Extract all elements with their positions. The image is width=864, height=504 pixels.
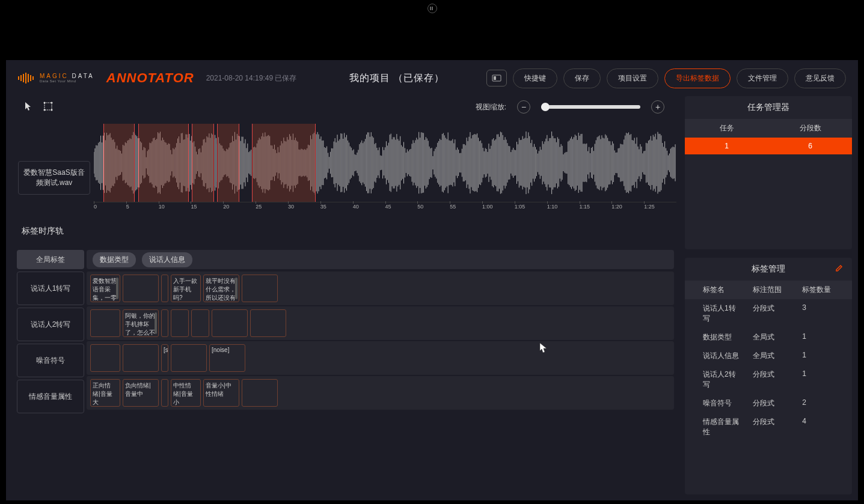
- segment-cell[interactable]: [242, 275, 278, 302]
- segment-cell[interactable]: [90, 344, 120, 372]
- project-title: 我的项目 （已保存）: [349, 72, 444, 85]
- waveform-segment[interactable]: [252, 124, 315, 202]
- wave-track[interactable]: 05101520253035404550551:001:051:101:151:…: [94, 124, 676, 214]
- segment-cell[interactable]: [171, 344, 207, 372]
- segment-cell[interactable]: [123, 275, 159, 302]
- svg-point-6: [51, 109, 53, 111]
- segment-cell[interactable]: [sil]: [161, 344, 168, 372]
- label-scope: 全局式: [741, 332, 797, 342]
- label-row[interactable]: 噪音符号分段式2: [685, 394, 852, 413]
- waveform-segment[interactable]: [217, 124, 239, 202]
- track-label-noise[interactable]: 噪音符号: [17, 344, 84, 377]
- global-labels-tab[interactable]: 全局标签: [17, 250, 84, 269]
- tab-speaker-info[interactable]: 说话人信息: [142, 252, 192, 267]
- label-count: 4: [796, 417, 852, 437]
- ruler-tick: 5: [126, 204, 129, 210]
- label-count: 1: [796, 332, 852, 342]
- waveform-segment[interactable]: [138, 124, 189, 202]
- segment-cell[interactable]: [noise]: [209, 344, 245, 372]
- segment-cell[interactable]: 爱数智慧语音采集，一零一: [90, 275, 120, 302]
- ruler-tick: 1:05: [515, 204, 525, 210]
- col-segments: 分段数: [768, 123, 852, 133]
- track-row: [sil][noise]: [87, 341, 674, 375]
- zoom-in-button[interactable]: +: [651, 100, 664, 114]
- segment-cell[interactable]: 阿银，你的手机摔坏了，怎么不入手: [123, 309, 159, 337]
- brand-tagline: Data Set Your Mind: [40, 79, 94, 83]
- label-columns: 标签名 标注范围 标签数量: [685, 281, 852, 299]
- label-count: 2: [796, 398, 852, 408]
- waveform-segment[interactable]: [103, 124, 135, 202]
- scrollbar-icon[interactable]: [116, 278, 118, 299]
- svg-rect-2: [44, 103, 52, 110]
- tab-data-type[interactable]: 数据类型: [93, 252, 136, 267]
- svg-point-5: [44, 109, 46, 111]
- zoom-out-button[interactable]: −: [517, 100, 530, 114]
- segment-cell[interactable]: [123, 344, 159, 372]
- segment-cell[interactable]: [242, 379, 278, 407]
- pointer-tool-icon[interactable]: [24, 102, 32, 113]
- play-control-icon[interactable]: [427, 4, 437, 13]
- waveform-area: 爱数智慧SaaS版音频测试.wav 0510152025303540455055…: [12, 124, 676, 214]
- segment-cell[interactable]: 音量小|中性情绪: [203, 379, 239, 407]
- ruler-tick: 20: [223, 204, 229, 210]
- global-tabs-row: 数据类型 说话人信息: [87, 250, 674, 269]
- ruler-tick: 50: [417, 204, 423, 210]
- shortcuts-button[interactable]: 快捷键: [513, 68, 557, 88]
- scrollbar-icon[interactable]: [155, 312, 157, 334]
- segment-cell[interactable]: [212, 309, 248, 337]
- file-management-button[interactable]: 文件管理: [737, 68, 788, 88]
- logo-bars-icon: [18, 73, 34, 83]
- label-row[interactable]: 说话人信息全局式1: [685, 347, 852, 365]
- label-scope: 分段式: [741, 369, 797, 390]
- track-row: 正向情绪|音量大负向情绪|音量中中性情绪|音量小音量小|中性情绪: [87, 376, 674, 410]
- task-columns: 任务 分段数: [685, 119, 852, 138]
- task-manager-panel: 任务管理器 任务 分段数 16: [685, 96, 852, 249]
- ruler-tick: 1:00: [482, 204, 493, 210]
- export-labels-button[interactable]: 导出标签数据: [664, 68, 731, 88]
- time-ruler: 05101520253035404550551:001:051:101:151:…: [94, 202, 676, 214]
- track-label-speaker1[interactable]: 说话人1转写: [17, 272, 84, 305]
- segment-cell[interactable]: 负向情绪|音量中: [123, 379, 159, 407]
- scrollbar-icon[interactable]: [235, 278, 237, 299]
- segment-cell[interactable]: 正向情绪|音量大: [90, 379, 120, 407]
- audio-file-label[interactable]: 爱数智慧SaaS版音频测试.wav: [18, 161, 90, 195]
- brand-primary: MAGIC: [40, 73, 69, 79]
- segment-cell[interactable]: [171, 309, 189, 337]
- segment-cell[interactable]: 入手一款新手机吗?: [171, 275, 201, 302]
- col-label-count: 标签数量: [796, 285, 852, 295]
- segment-cell[interactable]: [161, 275, 168, 302]
- segment-cell[interactable]: [161, 309, 168, 337]
- col-label-scope: 标注范围: [741, 285, 797, 295]
- segment-cell[interactable]: [191, 309, 209, 337]
- task-id: 1: [685, 142, 768, 150]
- label-row[interactable]: 数据类型全局式1: [685, 328, 852, 347]
- svg-point-3: [44, 102, 46, 103]
- edit-labels-icon[interactable]: [835, 264, 844, 274]
- track-label-emotion[interactable]: 情感音量属性: [17, 380, 84, 413]
- label-scope: 全局式: [741, 351, 797, 361]
- track-label-speaker2[interactable]: 说话人2转写: [17, 308, 84, 341]
- label-row[interactable]: 说话人1转写分段式3: [685, 299, 852, 328]
- task-segments: 6: [768, 142, 852, 150]
- zoom-slider[interactable]: [541, 105, 640, 109]
- segment-cell[interactable]: 中性情绪|音量小: [171, 379, 201, 407]
- save-button[interactable]: 保存: [563, 68, 601, 88]
- label-manager-header: 标签管理: [685, 258, 852, 281]
- waveform-segment[interactable]: [192, 124, 214, 202]
- feedback-button[interactable]: 意见反馈: [794, 68, 846, 88]
- ruler-tick: 40: [353, 204, 359, 210]
- select-box-tool-icon[interactable]: [43, 102, 53, 113]
- label-row[interactable]: 情感音量属性分段式4: [685, 413, 852, 442]
- app-window: MAGIC DATA Data Set Your Mind ANNOTATOR …: [6, 60, 858, 500]
- app-name: ANNOTATOR: [106, 70, 194, 86]
- segment-cell[interactable]: [161, 379, 168, 407]
- track-row: 爱数智慧语音采集，一零一入手一款新手机吗?就平时没有什么需求，所以还没有着: [87, 272, 674, 305]
- ruler-tick: 10: [159, 204, 165, 210]
- segment-cell[interactable]: [90, 309, 120, 337]
- task-row[interactable]: 16: [685, 138, 852, 154]
- label-row[interactable]: 说话人2转写分段式1: [685, 365, 852, 394]
- fullscreen-icon[interactable]: [486, 70, 507, 87]
- segment-cell[interactable]: [250, 309, 286, 337]
- project-settings-button[interactable]: 项目设置: [607, 68, 658, 88]
- segment-cell[interactable]: 就平时没有什么需求，所以还没有着: [203, 275, 239, 302]
